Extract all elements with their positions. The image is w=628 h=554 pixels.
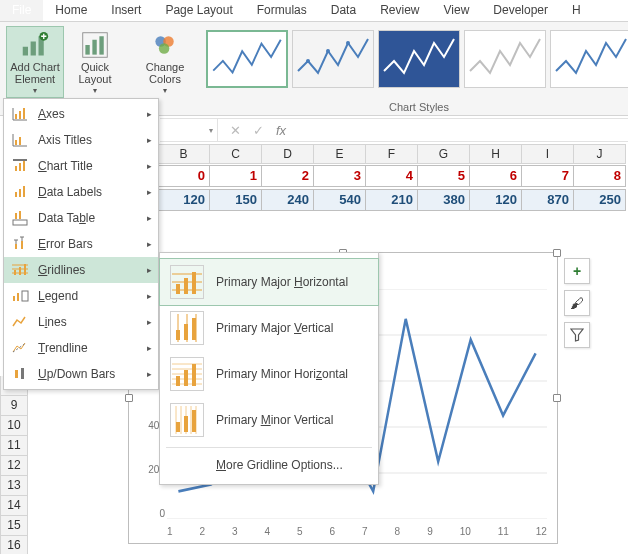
cell[interactable]: 2 — [262, 165, 314, 187]
tab-contextual[interactable]: H — [560, 0, 593, 21]
svg-rect-26 — [19, 189, 21, 197]
svg-rect-51 — [176, 422, 180, 432]
col-header[interactable]: F — [366, 144, 418, 164]
svg-rect-27 — [23, 186, 25, 197]
svg-rect-40 — [15, 370, 18, 378]
tab-home[interactable]: Home — [43, 0, 99, 21]
svg-rect-17 — [19, 111, 21, 119]
gridlines-primary-minor-vertical[interactable]: Primary Minor Vertical — [160, 397, 378, 443]
menu-chart-title[interactable]: Chart Title▸ — [4, 153, 158, 179]
svg-rect-6 — [92, 40, 96, 55]
cell[interactable]: 540 — [314, 189, 366, 211]
cell[interactable]: 8 — [574, 165, 626, 187]
tab-developer[interactable]: Developer — [481, 0, 560, 21]
change-colors-button[interactable]: Change Colors ▾ — [136, 26, 194, 98]
cell[interactable]: 1 — [210, 165, 262, 187]
cell[interactable]: 120 — [158, 189, 210, 211]
gridlines-primary-minor-horizontal[interactable]: Primary Minor Horizontal — [160, 351, 378, 397]
svg-rect-48 — [176, 376, 180, 386]
row-header[interactable]: 15 — [0, 516, 28, 536]
data-labels-icon — [10, 183, 30, 201]
chart-style-1[interactable] — [206, 30, 288, 88]
cell[interactable]: 4 — [366, 165, 418, 187]
cell[interactable]: 870 — [522, 189, 574, 211]
chart-styles-button[interactable]: 🖌 — [564, 290, 590, 316]
chart-filters-button[interactable] — [564, 322, 590, 348]
menu-axis-titles[interactable]: Axis Titles▸ — [4, 127, 158, 153]
cell[interactable]: 150 — [210, 189, 262, 211]
col-header[interactable]: E — [314, 144, 366, 164]
row-header[interactable]: 14 — [0, 496, 28, 516]
row-header[interactable]: 9 — [0, 396, 28, 416]
chart-style-3[interactable] — [378, 30, 460, 88]
cell[interactable]: 380 — [418, 189, 470, 211]
cell[interactable]: 3 — [314, 165, 366, 187]
tab-formulas[interactable]: Formulas — [245, 0, 319, 21]
menu-error-bars[interactable]: Error Bars▸ — [4, 231, 158, 257]
menu-axes[interactable]: Axes▸ — [4, 101, 158, 127]
menu-lines[interactable]: Lines▸ — [4, 309, 158, 335]
cancel-icon[interactable]: ✕ — [230, 123, 241, 138]
gridlines-primary-major-horizontal[interactable]: Primary Major Horizontal — [160, 259, 378, 305]
svg-rect-53 — [192, 410, 196, 432]
row-header[interactable]: 11 — [0, 436, 28, 456]
cell[interactable]: 5 — [418, 165, 470, 187]
tab-data[interactable]: Data — [319, 0, 368, 21]
cell[interactable]: 6 — [470, 165, 522, 187]
add-chart-element-label: Add Chart Element — [10, 61, 60, 85]
tab-review[interactable]: Review — [368, 0, 431, 21]
enter-icon[interactable]: ✓ — [253, 123, 264, 138]
fx-icon[interactable]: fx — [276, 123, 286, 138]
axis-titles-icon — [10, 131, 30, 149]
svg-rect-45 — [176, 330, 180, 340]
lines-icon — [10, 313, 30, 331]
col-header[interactable]: D — [262, 144, 314, 164]
svg-rect-20 — [19, 137, 21, 145]
cell[interactable]: 210 — [366, 189, 418, 211]
chart-style-2[interactable] — [292, 30, 374, 88]
svg-rect-29 — [15, 213, 17, 219]
svg-rect-24 — [23, 161, 25, 171]
more-gridline-options[interactable]: More Gridline Options... — [160, 452, 378, 478]
col-header[interactable]: B — [158, 144, 210, 164]
menu-data-table[interactable]: Data Table▸ — [4, 205, 158, 231]
menu-legend[interactable]: Legend▸ — [4, 283, 158, 309]
menu-gridlines[interactable]: Gridlines▸ — [4, 257, 158, 283]
tab-page-layout[interactable]: Page Layout — [153, 0, 244, 21]
name-box[interactable]: ▾ — [160, 119, 218, 141]
gridlines-primary-major-vertical[interactable]: Primary Major Vertical — [160, 305, 378, 351]
row-header[interactable]: 12 — [0, 456, 28, 476]
svg-rect-35 — [24, 264, 26, 275]
add-chart-element-button[interactable]: Add Chart Element ▾ — [6, 26, 64, 98]
col-header[interactable]: G — [418, 144, 470, 164]
menu-updown-bars[interactable]: Up/Down Bars▸ — [4, 361, 158, 387]
svg-rect-47 — [192, 318, 196, 340]
tab-insert[interactable]: Insert — [99, 0, 153, 21]
cell[interactable]: 250 — [574, 189, 626, 211]
row-header[interactable]: 10 — [0, 416, 28, 436]
row-header[interactable]: 16 — [0, 536, 28, 554]
cell[interactable]: 120 — [470, 189, 522, 211]
chart-style-5[interactable] — [550, 30, 628, 88]
cell[interactable]: 240 — [262, 189, 314, 211]
cell[interactable]: 0 — [158, 165, 210, 187]
col-header[interactable]: H — [470, 144, 522, 164]
svg-rect-18 — [23, 108, 25, 119]
pminv-label: Primary Minor Vertical — [216, 413, 333, 427]
tab-file[interactable]: File — [0, 0, 43, 21]
svg-rect-49 — [184, 370, 188, 386]
menu-data-labels[interactable]: Data Labels▸ — [4, 179, 158, 205]
row-header[interactable]: 13 — [0, 476, 28, 496]
svg-rect-19 — [15, 140, 17, 145]
menu-trendline[interactable]: Trendline▸ — [4, 335, 158, 361]
cell[interactable]: 7 — [522, 165, 574, 187]
svg-rect-21 — [13, 159, 27, 161]
quick-layout-button[interactable]: Quick Layout ▾ — [66, 26, 124, 98]
chart-style-4[interactable] — [464, 30, 546, 88]
funnel-icon — [570, 328, 584, 342]
col-header[interactable]: I — [522, 144, 574, 164]
col-header[interactable]: J — [574, 144, 626, 164]
tab-view[interactable]: View — [432, 0, 482, 21]
chart-elements-button[interactable]: + — [564, 258, 590, 284]
col-header[interactable]: C — [210, 144, 262, 164]
